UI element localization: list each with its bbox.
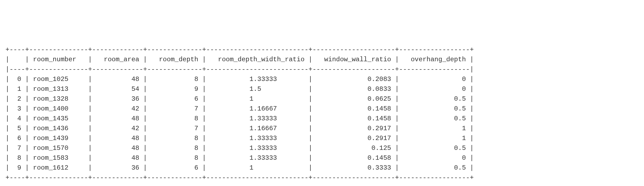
ascii-data-table: +----+---------------+-------------+----…	[5, 45, 474, 183]
